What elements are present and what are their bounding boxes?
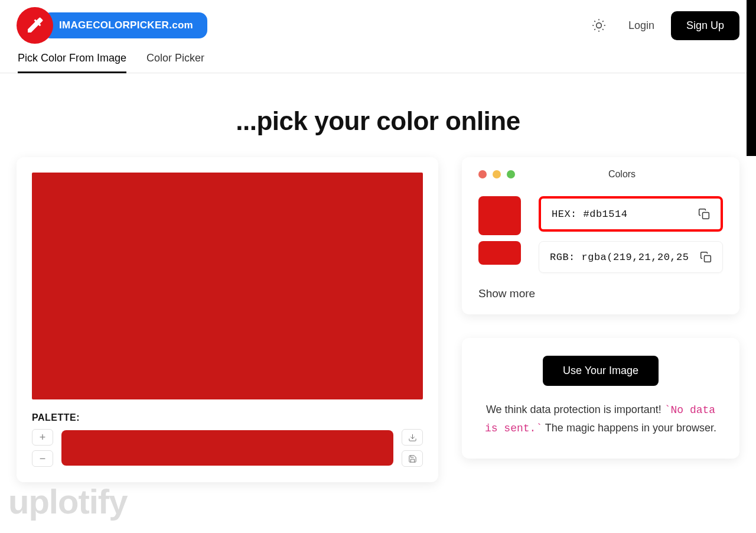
watermark: uplotify	[8, 482, 127, 521]
image-card: PALETTE: + −	[17, 157, 438, 482]
secondary-color-swatch[interactable]	[478, 241, 521, 265]
svg-line-4	[602, 29, 604, 30]
palette-add-button[interactable]: +	[32, 429, 53, 446]
save-icon	[408, 454, 417, 463]
tab-color-picker[interactable]: Color Picker	[146, 52, 204, 73]
download-icon	[408, 433, 417, 442]
copy-hex-button[interactable]	[698, 208, 710, 220]
palette-swatch[interactable]	[61, 430, 393, 466]
login-link[interactable]: Login	[628, 20, 654, 32]
palette-remove-button[interactable]: −	[32, 450, 53, 467]
rgb-value-row: RGB: rgba(219,21,20,25	[539, 241, 723, 273]
signup-button[interactable]: Sign Up	[671, 11, 739, 40]
svg-point-0	[597, 23, 602, 28]
copy-icon	[700, 251, 712, 263]
rgb-text: RGB: rgba(219,21,20,25	[550, 252, 700, 263]
download-button[interactable]	[402, 429, 423, 446]
brand[interactable]: IMAGECOLORPICKER.com	[17, 7, 207, 44]
svg-line-3	[594, 21, 595, 22]
brand-text: IMAGECOLORPICKER.com	[43, 12, 207, 38]
colors-panel: Colors HEX: #db1514 RGB: rgba(219,21,20	[462, 157, 739, 314]
tab-pick-from-image[interactable]: Pick Color From Image	[18, 52, 126, 73]
color-canvas[interactable]	[32, 173, 423, 399]
svg-rect-10	[703, 213, 709, 219]
colors-title: Colors	[521, 169, 723, 180]
sun-icon	[591, 18, 607, 33]
traffic-light-red	[478, 170, 487, 178]
hex-text: HEX: #db1514	[552, 209, 698, 220]
copy-icon	[698, 208, 710, 220]
svg-rect-11	[705, 256, 711, 262]
eyedropper-icon	[17, 7, 53, 44]
traffic-light-yellow	[493, 170, 501, 178]
svg-line-7	[594, 29, 595, 30]
use-your-image-button[interactable]: Use Your Image	[543, 356, 659, 386]
hex-value-row: HEX: #db1514	[539, 196, 723, 232]
use-image-panel: Use Your Image We think data protection …	[462, 338, 739, 459]
copy-rgb-button[interactable]	[700, 251, 712, 263]
show-more-link[interactable]: Show more	[478, 287, 723, 300]
traffic-light-green	[507, 170, 515, 178]
svg-line-8	[602, 21, 604, 22]
use-description: We think data protection is important! `…	[481, 401, 721, 437]
palette-label: PALETTE:	[32, 412, 423, 423]
selected-color-swatch[interactable]	[478, 196, 521, 235]
page-title: ...pick your color online	[0, 73, 756, 157]
edge-decoration	[747, 0, 756, 156]
save-button[interactable]	[402, 450, 423, 467]
theme-toggle[interactable]	[586, 12, 612, 38]
